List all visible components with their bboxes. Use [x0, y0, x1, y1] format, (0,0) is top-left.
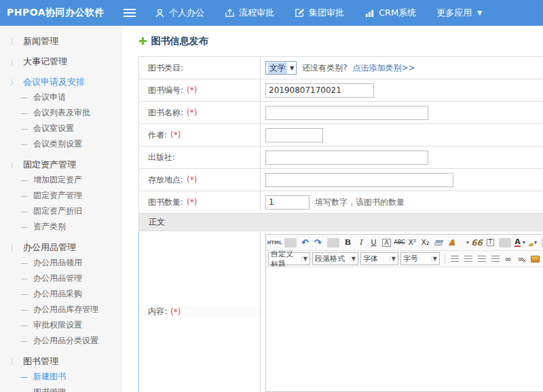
sidebar-item[interactable]: 新闻管理: [0, 34, 122, 49]
sidebar-item[interactable]: 会议室设置: [0, 121, 122, 136]
nav-more-apps[interactable]: 更多应用 ▼: [436, 7, 482, 19]
toolbar-separator: [327, 238, 339, 248]
workflow-upload-icon: [225, 8, 235, 18]
font-border-button[interactable]: A: [381, 236, 393, 249]
sidebar-item[interactable]: 办公用品分类设置: [0, 333, 122, 349]
editor-content-area[interactable]: [266, 267, 543, 391]
highlight-color-button[interactable]: [527, 236, 539, 249]
page-title: ✚ 图书信息发布: [138, 35, 543, 47]
quantity-hint: 填写数字，该图书的数量: [315, 197, 405, 208]
underline-button[interactable]: U: [368, 236, 380, 249]
auto-typeset-button[interactable]: [458, 236, 470, 249]
undo-button[interactable]: ↶: [299, 236, 312, 249]
sidebar-item-label: 办公用品库存管理: [33, 305, 98, 314]
top-bar: PHPOA协同办公软件 个人办公 流程审批 集团审批 CRM系统: [0, 0, 543, 26]
app-logo: PHPOA协同办公软件: [0, 7, 115, 19]
html-source-button[interactable]: HTML: [268, 236, 282, 249]
sidebar-bullet-icon: [20, 93, 28, 102]
sidebar-item-label: 固定资产管理: [23, 159, 76, 170]
subscript-button[interactable]: X₂: [419, 236, 432, 249]
select-caret-icon: ▼: [390, 256, 396, 262]
nav-crm-system[interactable]: CRM系统: [364, 7, 416, 19]
sidebar-item[interactable]: 增加固定资产: [0, 172, 122, 188]
quantity-input[interactable]: [265, 195, 310, 210]
sidebar-item-label: 办公用品管理: [23, 242, 76, 252]
sidebar-item[interactable]: 图书管理: [0, 354, 122, 369]
nav-label: 个人办公: [169, 7, 204, 19]
book-name-input[interactable]: [265, 106, 428, 120]
format-brush-button[interactable]: [445, 236, 457, 249]
font-color-button[interactable]: A: [514, 236, 526, 249]
sidebar-item[interactable]: 办公用品采购: [0, 286, 122, 302]
align-justify-button[interactable]: [489, 252, 502, 265]
font-size-select[interactable]: 字号▼: [400, 252, 440, 265]
sidebar-item[interactable]: 办公用品领用: [0, 255, 122, 271]
location-input[interactable]: [265, 173, 453, 187]
book-name-label: 图书名称:(*): [139, 107, 260, 119]
sidebar-bullet-icon: [10, 157, 17, 174]
sidebar-item-label: 图书管理: [33, 387, 66, 392]
chevron-down-icon: ▼: [477, 9, 482, 16]
bold-button[interactable]: B: [342, 236, 354, 249]
sidebar-bullet-icon: [20, 305, 28, 314]
superscript-button[interactable]: X²: [407, 236, 419, 249]
hamburger-menu-icon[interactable]: [124, 9, 136, 17]
nav-group-approval[interactable]: 集团审批: [295, 7, 344, 19]
sidebar-bullet-icon: [20, 388, 28, 392]
sidebar-item[interactable]: 办公用品管理: [0, 240, 122, 255]
sidebar-item[interactable]: 图书管理: [0, 385, 122, 392]
category-select[interactable]: 文学 ▼: [265, 61, 297, 75]
sidebar-item[interactable]: 审批权限设置: [0, 317, 122, 333]
sidebar-item[interactable]: 新建图书: [0, 369, 122, 385]
paragraph-format-select[interactable]: 段落格式▼: [312, 252, 358, 265]
strikethrough-button[interactable]: ABC: [394, 236, 406, 249]
edit-square-icon: [295, 8, 305, 18]
form-row-publisher: 出版社:: [139, 146, 543, 169]
insert-image-button[interactable]: [528, 252, 542, 265]
sidebar-item[interactable]: 会议列表及审批: [0, 105, 122, 121]
sidebar-item[interactable]: 会议申请及安排: [0, 75, 122, 90]
sidebar-bullet-icon: [20, 222, 28, 231]
add-category-link[interactable]: 点击添加类别>>: [353, 62, 415, 74]
align-right-button[interactable]: [475, 252, 488, 265]
paste-as-text-button[interactable]: [484, 236, 496, 249]
sidebar-item-label: 审批权限设置: [33, 320, 82, 330]
sidebar-item-label: 固定资产折旧: [33, 206, 82, 216]
select-caret-icon: ▼: [431, 256, 437, 262]
book-no-input[interactable]: [265, 83, 374, 98]
book-no-label: 图书编号:(*): [139, 85, 260, 96]
insert-link-button[interactable]: ∞: [502, 252, 514, 265]
nav-workflow-approval[interactable]: 流程审批: [225, 7, 274, 19]
remove-format-button[interactable]: [432, 236, 445, 249]
redo-button[interactable]: ↷: [312, 236, 324, 249]
sidebar-bullet-icon: [20, 321, 28, 330]
unlink-button[interactable]: ∞: [515, 252, 527, 265]
align-left-button[interactable]: [448, 252, 461, 265]
sidebar-item-label: 会议申请: [33, 92, 66, 102]
sidebar-item-label: 图书管理: [23, 356, 58, 366]
nav-label: 集团审批: [309, 7, 344, 19]
align-center-button[interactable]: [462, 252, 474, 265]
sidebar-item[interactable]: 固定资产管理: [0, 157, 122, 172]
author-input[interactable]: [265, 128, 323, 142]
custom-title-select[interactable]: 自定义标题▼: [268, 252, 310, 265]
italic-button[interactable]: I: [355, 236, 367, 249]
blockquote-button[interactable]: 66: [471, 236, 483, 249]
sidebar-item[interactable]: 会议类别设置: [0, 136, 122, 152]
sidebar-item-label: 增加固定资产: [33, 175, 82, 184]
nav-label: 流程审批: [239, 7, 274, 19]
font-family-select[interactable]: 字体▼: [360, 252, 398, 265]
sidebar-item[interactable]: 办公用品管理: [0, 271, 122, 286]
publisher-input[interactable]: [265, 151, 428, 165]
sidebar-item[interactable]: 固定资产折旧: [0, 203, 122, 219]
select-caret-icon: ▼: [301, 256, 307, 262]
sidebar-item[interactable]: 固定资产管理: [0, 188, 122, 203]
publisher-label: 出版社:: [139, 152, 260, 163]
sidebar-item-label: 新闻管理: [23, 36, 58, 46]
sidebar-item[interactable]: 大事记管理: [0, 54, 122, 69]
editor-toolbar-row1: HTML ↶ ↷ B I: [266, 235, 543, 251]
sidebar-item[interactable]: 会议申请: [0, 90, 122, 105]
nav-personal-office[interactable]: 个人办公: [155, 7, 204, 19]
sidebar-item[interactable]: 资产类别: [0, 219, 122, 235]
sidebar-item[interactable]: 办公用品库存管理: [0, 302, 122, 317]
